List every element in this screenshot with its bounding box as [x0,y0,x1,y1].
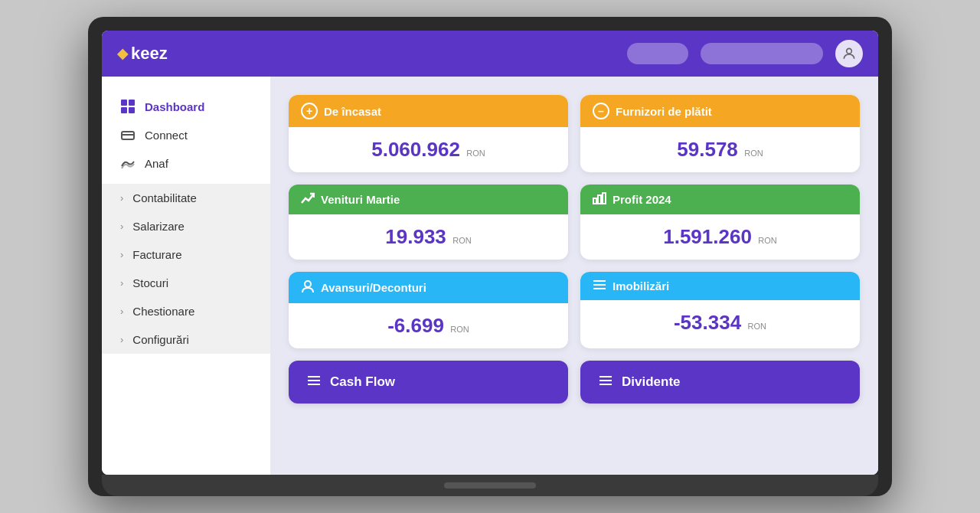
main-layout: Dashboard Connect [102,77,878,475]
sidebar-item-label: Stocuri [132,276,168,289]
sidebar-item-label: Chestionare [132,305,194,318]
profit-unit: RON [758,236,776,245]
sidebar-item-chestionare[interactable]: › Chestionare [102,297,270,325]
sidebar-item-label: Connect [145,129,188,142]
card-header-avansuri: Avansuri/Deconturi [289,272,568,303]
chevron-icon: › [120,277,123,289]
sidebar-item-label: Facturare [132,248,181,261]
furnizori-icon: – [593,103,609,119]
chevron-icon: › [120,334,123,345]
cards-row-3: Avansuri/Deconturi -6.699 RON [289,272,860,348]
card-header-furnizori: – Furnizori de plătit [580,95,860,127]
avansuri-icon [301,279,315,296]
card-body-profit: 1.591.260 RON [580,214,860,260]
chevron-icon: › [120,306,123,317]
card-header-venituri: Venituri Martie [289,185,568,214]
card-body-venituri: 19.933 RON [289,214,568,260]
logo-icon: ◆ [117,45,128,62]
dashboard-icon [120,100,136,113]
sidebar: Dashboard Connect [102,77,270,475]
imobilizari-title: Imobilizări [612,279,669,292]
logo-text: keez [131,44,168,64]
svg-rect-2 [129,100,135,106]
laptop-screen: ◆ keez [102,31,878,475]
profit-icon [593,192,606,207]
sidebar-item-label: Contabilitate [132,191,196,204]
sidebar-item-contabilitate[interactable]: › Contabilitate [102,184,270,212]
dividente-label: Dividente [622,374,681,390]
venituri-icon [301,192,315,207]
laptop-notch [444,482,536,488]
sidebar-item-label: Configurări [132,333,188,346]
svg-rect-8 [598,195,601,204]
avansuri-title: Avansuri/Deconturi [321,281,426,294]
sidebar-item-dashboard[interactable]: Dashboard [102,92,270,121]
card-profit[interactable]: Profit 2024 1.591.260 RON [580,185,860,260]
sidebar-item-facturare[interactable]: › Facturare [102,240,270,269]
cash-flow-label: Cash Flow [330,374,395,390]
de-incasat-value: 5.060.962 [371,138,460,161]
profit-value: 1.591.260 [663,225,752,248]
svg-rect-1 [121,100,127,106]
card-body-furnizori: 59.578 RON [580,127,860,172]
sidebar-item-configurari[interactable]: › Configurări [102,325,270,354]
app-header: ◆ keez [102,31,878,77]
svg-rect-3 [121,107,127,113]
sidebar-item-label: Dashboard [145,100,204,113]
card-cash-flow[interactable]: Cash Flow [289,361,568,404]
profit-title: Profit 2024 [612,193,671,206]
card-venituri[interactable]: Venituri Martie 19.933 RON [289,185,568,260]
imobilizari-unit: RON [748,322,766,331]
card-imobilizari[interactable]: Imobilizări -53.334 RON [580,272,860,348]
card-de-incasat[interactable]: + De încasat 5.060.962 RON [289,95,568,172]
app-logo: ◆ keez [117,44,168,64]
sidebar-item-salarizare[interactable]: › Salarizare [102,212,270,240]
dividente-icon [599,374,612,390]
card-body-de-incasat: 5.060.962 RON [289,127,568,172]
avansuri-value: -6.699 [387,314,444,337]
card-furnizori[interactable]: – Furnizori de plătit 59.578 RON [580,95,860,172]
venituri-unit: RON [452,236,471,245]
header-search[interactable] [701,43,823,64]
card-dividente[interactable]: Dividente [580,361,860,404]
sidebar-item-stocuri[interactable]: › Stocuri [102,269,270,297]
cash-flow-icon [307,374,321,390]
card-header-de-incasat: + De încasat [289,95,568,127]
imobilizari-icon [593,279,606,292]
svg-point-0 [847,48,852,54]
cards-row-1: + De încasat 5.060.962 RON – Furnizori d… [289,95,860,172]
cards-row-2: Venituri Martie 19.933 RON [289,185,860,260]
svg-rect-7 [593,198,596,204]
sidebar-item-label: Salarizare [132,220,185,233]
card-avansuri[interactable]: Avansuri/Deconturi -6.699 RON [289,272,568,348]
venituri-title: Venituri Martie [321,193,400,206]
sidebar-item-connect[interactable]: Connect [102,121,270,149]
furnizori-title: Furnizori de plătit [616,105,712,118]
furnizori-value: 59.578 [677,138,738,161]
chevron-icon: › [120,249,123,260]
card-header-profit: Profit 2024 [580,185,860,214]
de-incasat-title: De încasat [324,105,381,118]
svg-rect-9 [603,193,606,204]
chevron-icon: › [120,192,123,204]
header-pill[interactable] [627,43,688,64]
venituri-value: 19.933 [385,225,446,248]
connect-icon [120,131,136,140]
main-content: + De încasat 5.060.962 RON – Furnizori d… [270,77,878,475]
de-incasat-unit: RON [466,149,485,158]
chevron-icon: › [120,221,123,232]
user-avatar[interactable] [835,40,863,67]
de-incasat-icon: + [301,103,318,119]
anaf-icon [120,158,136,169]
card-body-avansuri: -6.699 RON [289,303,568,348]
svg-rect-4 [129,107,135,113]
card-body-imobilizari: -53.334 RON [580,300,860,345]
card-header-imobilizari: Imobilizări [580,272,860,300]
sidebar-item-anaf[interactable]: Anaf [102,149,270,178]
laptop-container: ◆ keez [88,17,892,496]
laptop-base [102,475,878,496]
imobilizari-value: -53.334 [674,311,741,334]
sidebar-item-label: Anaf [145,157,168,170]
svg-point-10 [305,281,311,287]
avansuri-unit: RON [450,325,469,334]
